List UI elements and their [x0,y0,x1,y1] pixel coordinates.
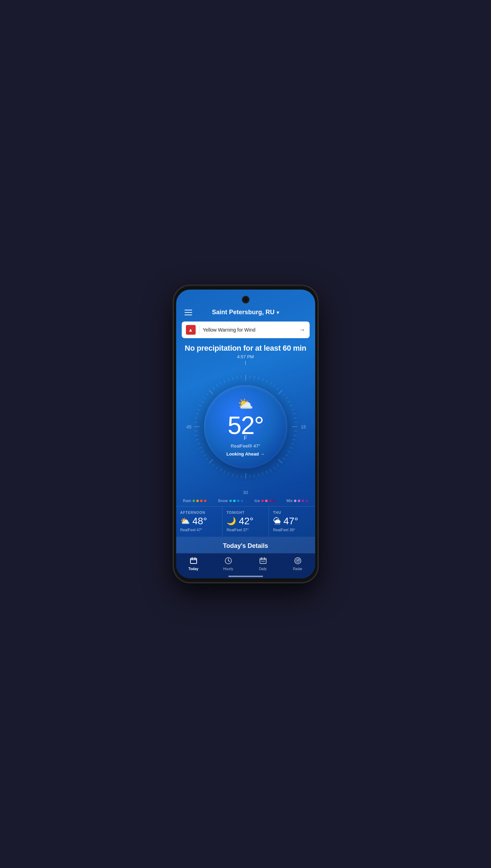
svg-line-2 [254,376,254,379]
ice-dot-4 [273,500,275,502]
time-tick [245,361,246,365]
svg-line-40 [228,473,229,475]
location-selector[interactable]: Saint Petersburg, RU ▾ [212,309,279,316]
rain-dot-3 [200,500,203,502]
svg-line-12 [288,401,290,402]
svg-line-66 [220,382,221,385]
warning-banner[interactable]: ▲ Yellow Warning for Wind → [182,322,310,338]
mix-dot-1 [294,500,296,502]
svg-line-47 [203,454,206,456]
header: Saint Petersburg, RU ▾ [176,290,315,320]
svg-line-6 [270,382,271,385]
ice-dot-2 [265,500,268,502]
svg-line-8 [277,387,278,390]
main-circle: ⛅ 52° F RealFeel® 47° Looking Ahead → [204,385,287,468]
forecast-afternoon[interactable]: AFTERNOON ⛅ 48° RealFeel 47° [176,507,223,537]
hamburger-line-3 [185,315,192,315]
svg-line-9 [278,390,282,394]
forecast-row: AFTERNOON ⛅ 48° RealFeel 47° TONIGHT 🌙 4… [176,506,315,537]
svg-line-7 [273,385,275,387]
time-display: 4:57 PM [176,354,315,359]
svg-line-44 [212,464,214,466]
svg-line-17 [294,422,297,423]
svg-line-50 [197,443,200,444]
svg-line-13 [289,405,292,406]
hamburger-line-2 [185,312,192,313]
nav-radar-label: Radar [293,567,302,571]
svg-line-78 [228,561,230,561]
svg-line-16 [293,418,296,418]
forecast-tonight-realfeel: RealFeel 37° [227,528,264,532]
weather-icon-main: ⛅ [238,397,253,411]
nav-daily-label: Daily [259,567,267,571]
home-bar [228,576,263,577]
forecast-tonight[interactable]: TONIGHT 🌙 42° RealFeel 37° [222,507,269,537]
legend-mix: Mix [286,499,308,503]
warning-icon: ▲ [186,325,196,335]
ice-dot-1 [261,500,264,502]
today-icon [190,557,197,566]
svg-line-15 [293,414,295,414]
svg-line-55 [194,422,197,423]
camera-notch [243,297,249,303]
gauge-container: 45 // Will be generated via JS below ⛅ 5… [176,365,315,489]
warning-text: Yellow Warning for Wind [203,327,296,333]
svg-rect-72 [190,558,197,564]
legend-rain: Rain [183,499,207,503]
svg-line-5 [266,380,267,383]
svg-line-53 [194,431,197,431]
svg-line-41 [224,471,225,473]
legend-snow-label: Snow [218,499,228,503]
looking-ahead-button[interactable]: Looking Ahead → [226,451,264,457]
legend-ice-label: Ice [254,499,260,503]
screen-content: Saint Petersburg, RU ▾ ▲ Yellow Warning … [176,290,315,578]
svg-line-33 [258,474,259,476]
home-indicator [176,574,315,578]
svg-line-60 [201,401,203,402]
nav-today-label: Today [188,567,198,571]
forecast-afternoon-temp: 48° [193,516,207,527]
radar-icon [294,557,302,566]
nav-today[interactable]: Today [176,553,211,574]
svg-line-1 [250,376,250,378]
hourly-icon [224,557,232,566]
svg-line-29 [273,467,275,469]
svg-line-63 [209,390,213,394]
snow-dot-3 [237,500,239,502]
svg-line-26 [283,458,285,460]
gauge-bottom-label: 30 [176,490,315,495]
forecast-afternoon-temp-row: ⛅ 48° [180,516,218,527]
svg-line-65 [216,385,218,387]
svg-line-38 [237,475,237,477]
rain-dot-1 [193,500,195,502]
forecast-tonight-temp-row: 🌙 42° [227,516,264,527]
warning-triangle-icon: ▲ [188,327,193,333]
forecast-afternoon-icon: ⛅ [180,517,190,526]
menu-button[interactable] [185,310,192,315]
ice-dot-3 [269,500,271,502]
nav-daily[interactable]: Daily [246,553,280,574]
realfeel-display: RealFeel® 47° [231,443,260,449]
todays-details-section: Today's Details [176,537,315,553]
forecast-afternoon-period: AFTERNOON [180,511,218,515]
svg-line-11 [285,397,288,399]
svg-line-24 [288,451,290,452]
gauge-left-label: 45 [187,424,191,429]
forecast-tonight-period: TONIGHT [227,511,264,515]
svg-line-61 [203,397,206,399]
bottom-nav: Today Hourly [176,553,315,574]
svg-line-21 [293,439,295,440]
svg-line-59 [199,405,201,406]
gauge-right-label: 15 [301,424,306,429]
mix-dot-4 [305,500,308,502]
forecast-tonight-temp: 42° [239,516,253,527]
temperature-display: 52° [228,413,263,438]
forecast-tonight-icon: 🌙 [227,517,236,526]
temperature-unit: F [244,435,247,441]
snow-dot-1 [229,500,232,502]
forecast-thu[interactable]: THU 🌦 47° RealFeel 39° [269,507,315,537]
nav-radar[interactable]: Radar [280,553,315,574]
svg-line-52 [195,435,198,435]
nav-hourly[interactable]: Hourly [211,553,246,574]
rain-dot-2 [196,500,199,502]
